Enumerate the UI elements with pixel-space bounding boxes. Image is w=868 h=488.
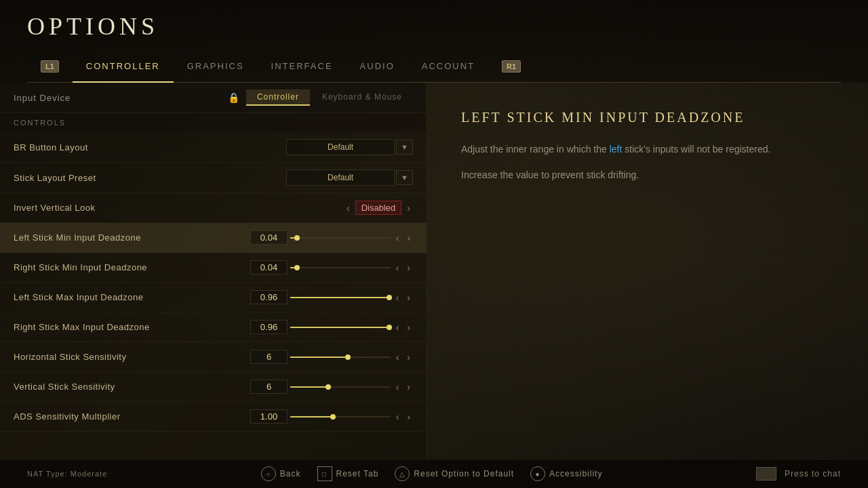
input-device-row: Input Device 🔒 Controller Keyboard & Mou… [0,83,427,113]
tab-audio[interactable]: AUDIO [347,50,408,82]
r1-badge: R1 [502,60,521,73]
slider-track-ads-sensitivity-multiplier [290,416,391,418]
setting-right-stick-max-deadzone[interactable]: Right Stick Max Input Deadzone 0.96 ‹ › [0,312,427,342]
arrow-right-right-stick-max-deadzone[interactable]: › [404,321,413,334]
slider-right-stick-min-deadzone[interactable] [290,267,391,268]
arrow-left-left-stick-max-deadzone[interactable]: ‹ [393,291,402,304]
arrow-right-horizontal-stick-sensitivity[interactable]: › [404,350,413,364]
reset-option-button[interactable]: △ Reset Option to Default [395,466,514,481]
tab-r1[interactable]: R1 [488,55,534,78]
lock-icon: 🔒 [228,92,239,103]
tab-graphics[interactable]: GRAPHICS [174,50,258,82]
press-to-chat-label: Press to chat [785,469,841,479]
setting-invert-vertical-look[interactable]: Invert Vertical Look ‹ Disabled › [0,193,427,223]
detail-title: LEFT STICK MIN INPUT DEADZONE [461,110,834,125]
tab-interface-label: INTERFACE [271,61,333,71]
nav-tabs: L1 CONTROLLER GRAPHICS INTERFACE AUDIO [27,50,841,83]
arrow-right-vertical-stick-sensitivity[interactable]: › [404,380,413,394]
detail-text-2: Increase the value to prevent stick drif… [461,167,834,184]
reset-tab-label: Reset Tab [336,469,379,479]
input-tab-keyboard[interactable]: Keyboard & Mouse [311,89,413,106]
input-tab-controller[interactable]: Controller [246,89,310,106]
slider-track-left-stick-min-deadzone [290,237,391,239]
setting-name-br-button-layout: BR Button Layout [14,142,250,152]
footer-buttons: NAT Type: Moderate [27,470,107,478]
slider-right-stick-max-deadzone[interactable] [290,327,391,328]
slider-thumb-left-stick-max-deadzone [387,295,392,300]
settings-list[interactable]: BR Button Layout Default ▼ Stick Layout … [0,132,427,459]
setting-control-ads-sensitivity-multiplier: 1.00 ‹ › [250,409,413,424]
setting-control-invert-vertical-look: ‹ Disabled › [250,201,413,215]
setting-vertical-stick-sensitivity[interactable]: Vertical Stick Sensitivity 6 ‹ › [0,372,427,402]
main-area: Input Device 🔒 Controller Keyboard & Mou… [0,83,868,459]
arrow-left-ads-sensitivity-multiplier[interactable]: ‹ [393,410,402,424]
setting-control-stick-layout-preset: Default ▼ [250,169,413,186]
slider-left-stick-max-deadzone[interactable] [290,297,391,298]
setting-value-right-stick-max-deadzone: 0.96 [250,320,288,334]
arrow-right-left-stick-min-deadzone[interactable]: › [404,231,413,245]
setting-horizontal-stick-sensitivity[interactable]: Horizontal Stick Sensitivity 6 ‹ › [0,342,427,372]
dropdown-arrow-stick-layout-preset[interactable]: ▼ [396,170,413,185]
setting-control-right-stick-min-deadzone: 0.04 ‹ › [250,260,413,274]
input-device-tabs: Controller Keyboard & Mouse [246,89,413,106]
setting-control-left-stick-max-deadzone: 0.96 ‹ › [250,290,413,304]
dropdown-stick-layout-preset[interactable]: Default ▼ [286,169,413,186]
setting-stick-layout-preset[interactable]: Stick Layout Preset Default ▼ [0,163,427,193]
setting-value-ads-sensitivity-multiplier: 1.00 [250,409,288,424]
arrow-right-invert-vertical-look[interactable]: › [404,201,413,215]
setting-left-stick-min-deadzone[interactable]: Left Stick Min Input Deadzone 0.04 ‹ › [0,223,427,253]
back-label: Back [280,469,301,479]
arrow-left-vertical-stick-sensitivity[interactable]: ‹ [393,380,402,394]
arrow-left-invert-vertical-look[interactable]: ‹ [344,201,353,215]
setting-br-button-layout[interactable]: BR Button Layout Default ▼ [0,132,427,163]
tab-account[interactable]: ACCOUNT [408,50,488,82]
arrow-left-horizontal-stick-sensitivity[interactable]: ‹ [393,350,402,364]
controls-section-header: Controls [0,113,427,132]
slider-thumb-vertical-stick-sensitivity [326,384,331,390]
arrow-right-right-stick-min-deadzone[interactable]: › [404,261,413,274]
tab-graphics-label: GRAPHICS [187,61,244,71]
slider-fill-vertical-stick-sensitivity [290,386,326,388]
setting-name-right-stick-max-deadzone: Right Stick Max Input Deadzone [14,322,250,332]
slider-thumb-right-stick-max-deadzone [387,325,392,330]
slider-vertical-stick-sensitivity[interactable] [290,386,391,388]
back-button[interactable]: ○ Back [261,466,301,481]
setting-name-ads-sensitivity-multiplier: ADS Sensitivity Multiplier [14,411,250,422]
setting-control-right-stick-max-deadzone: 0.96 ‹ › [250,320,413,334]
slider-horizontal-stick-sensitivity[interactable] [290,357,391,358]
tab-controller[interactable]: CONTROLLER [73,50,174,82]
setting-ads-sensitivity-multiplier[interactable]: ADS Sensitivity Multiplier 1.00 ‹ › [0,402,427,432]
setting-value-invert-vertical-look: Disabled [355,201,402,215]
setting-name-vertical-stick-sensitivity: Vertical Stick Sensitivity [14,382,250,392]
footer: NAT Type: Moderate ○ Back □ Reset Tab △ … [0,459,868,488]
dropdown-arrow-br-button-layout[interactable]: ▼ [396,140,413,155]
setting-value-horizontal-stick-sensitivity: 6 [250,350,288,364]
setting-control-horizontal-stick-sensitivity: 6 ‹ › [250,350,413,364]
input-device-label: Input Device [14,93,221,103]
arrow-left-right-stick-min-deadzone[interactable]: ‹ [393,261,402,274]
slider-ads-sensitivity-multiplier[interactable] [290,416,391,418]
slider-left-stick-min-deadzone[interactable] [290,237,391,239]
setting-left-stick-max-deadzone[interactable]: Left Stick Max Input Deadzone 0.96 ‹ › [0,283,427,312]
reset-tab-button[interactable]: □ Reset Tab [317,466,379,481]
setting-right-stick-min-deadzone[interactable]: Right Stick Min Input Deadzone 0.04 ‹ › [0,253,427,283]
slider-thumb-ads-sensitivity-multiplier [330,414,336,420]
footer-actions: ○ Back □ Reset Tab △ Reset Option to Def… [261,466,603,481]
setting-name-right-stick-min-deadzone: Right Stick Min Input Deadzone [14,262,250,272]
main-content: OPTIONS L1 CONTROLLER GRAPHICS INTERFACE [0,0,868,488]
tab-l1[interactable]: L1 [27,55,73,78]
tab-account-label: ACCOUNT [422,61,475,71]
arrow-left-right-stick-max-deadzone[interactable]: ‹ [393,321,402,334]
back-icon: ○ [261,466,276,481]
tab-interface[interactable]: INTERFACE [258,50,347,82]
dropdown-value-br-button-layout: Default [286,139,395,155]
arrow-left-left-stick-min-deadzone[interactable]: ‹ [393,231,402,245]
accessibility-button[interactable]: ● Accessibility [530,466,602,481]
slider-fill-horizontal-stick-sensitivity [290,357,345,358]
reset-option-icon: △ [395,466,410,481]
arrow-right-ads-sensitivity-multiplier[interactable]: › [404,410,413,424]
arrow-right-left-stick-max-deadzone[interactable]: › [404,291,413,304]
dropdown-br-button-layout[interactable]: Default ▼ [286,139,413,155]
reset-tab-icon: □ [317,466,332,481]
setting-name-left-stick-min-deadzone: Left Stick Min Input Deadzone [14,232,250,243]
